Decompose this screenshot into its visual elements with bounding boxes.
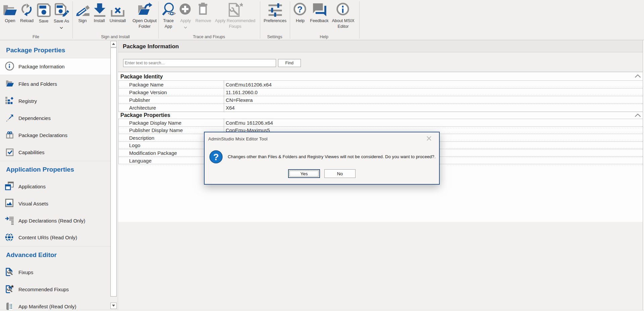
svg-text:?: ? bbox=[213, 152, 219, 162]
svg-text:?: ? bbox=[297, 4, 303, 14]
